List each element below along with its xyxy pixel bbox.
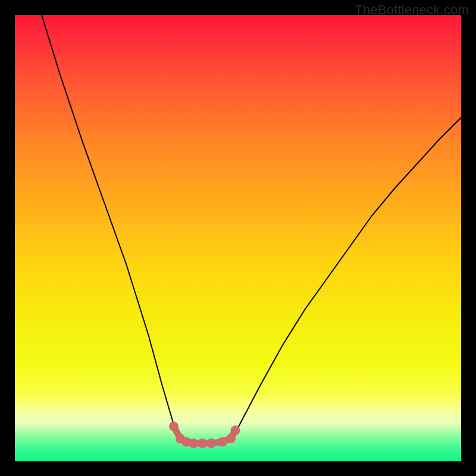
chart-frame: TheBottleneck.com bbox=[0, 0, 476, 476]
bottleneck-curve-line bbox=[42, 15, 461, 443]
flat-zone-dot bbox=[226, 434, 236, 443]
watermark-text: TheBottleneck.com bbox=[355, 2, 469, 18]
flat-zone-dot bbox=[218, 437, 227, 447]
flat-zone-dot bbox=[231, 425, 240, 435]
flat-zone-dot bbox=[189, 439, 198, 448]
flat-zone-dots bbox=[169, 422, 240, 449]
flat-zone-dot bbox=[206, 439, 216, 448]
curve-layer bbox=[42, 15, 461, 448]
flat-zone-dot bbox=[169, 422, 178, 431]
chart-svg bbox=[15, 15, 461, 461]
flat-zone-dot bbox=[198, 439, 207, 448]
